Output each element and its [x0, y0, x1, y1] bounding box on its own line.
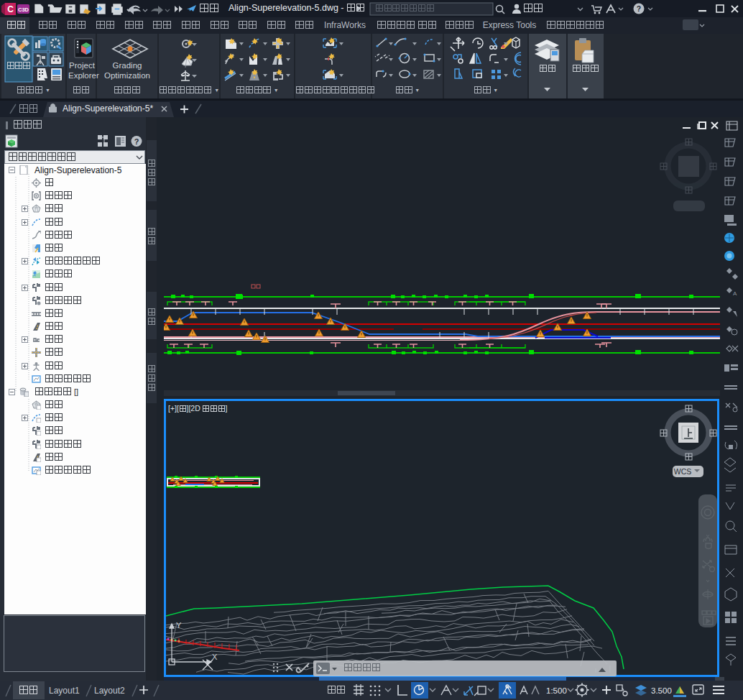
svg-text:?: ?: [637, 4, 641, 13]
svg-text:3.500: 3.500: [651, 686, 672, 695]
svg-text:?: ?: [134, 137, 139, 146]
svg-text:1:500: 1:500: [546, 686, 567, 695]
svg-text:C3D: C3D: [18, 6, 29, 13]
svg-text:Y: Y: [176, 621, 182, 630]
svg-text:A: A: [733, 290, 737, 297]
svg-text:WCS: WCS: [674, 467, 692, 476]
svg-text:C: C: [7, 4, 14, 14]
